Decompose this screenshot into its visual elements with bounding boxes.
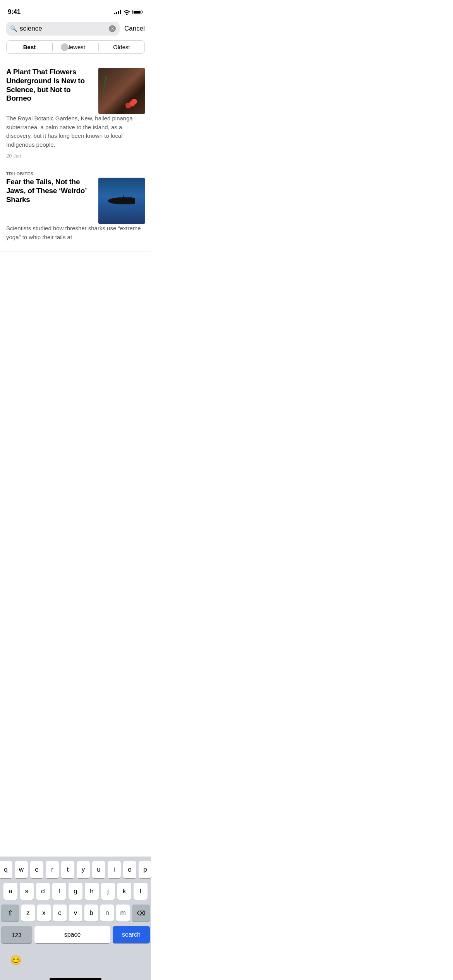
cancel-button[interactable]: Cancel xyxy=(124,25,145,33)
article-row: A Plant That Flowers Underground Is New … xyxy=(6,68,145,114)
shark-silhouette xyxy=(106,193,137,209)
article-thumbnail xyxy=(98,178,145,224)
shark-image xyxy=(98,178,145,224)
segment-slider-dot xyxy=(61,43,69,51)
signal-icon xyxy=(114,10,121,14)
article-thumbnail xyxy=(98,68,145,114)
search-input-wrapper[interactable]: 🔍 science ✕ xyxy=(6,22,120,36)
article-summary: Scientists studied how thresher sharks u… xyxy=(6,224,145,242)
wifi-icon xyxy=(124,10,130,15)
article-date: 20 Jan xyxy=(6,153,145,159)
article-summary: The Royal Botanic Gardens, Kew, hailed p… xyxy=(6,114,145,149)
article-item[interactable]: A Plant That Flowers Underground Is New … xyxy=(0,62,151,165)
article-list: A Plant That Flowers Underground Is New … xyxy=(0,58,151,252)
article-text: A Plant That Flowers Underground Is New … xyxy=(6,68,94,107)
svg-point-0 xyxy=(126,14,128,15)
article-category: TRILOBITES xyxy=(6,171,145,176)
article-title: A Plant That Flowers Underground Is New … xyxy=(6,68,94,103)
status-icons xyxy=(114,10,143,15)
segment-newest[interactable]: Newest xyxy=(53,41,98,53)
status-time: 9:41 xyxy=(8,8,21,16)
battery-icon xyxy=(132,10,143,14)
search-icon: 🔍 xyxy=(10,25,17,32)
article-row: Fear the Tails, Not the Jaws, of These ‘… xyxy=(6,178,145,224)
segment-oldest[interactable]: Oldest xyxy=(99,41,144,53)
segment-control: Best Newest Oldest xyxy=(6,40,145,54)
search-input[interactable]: science xyxy=(20,25,106,33)
underground-plant-image xyxy=(98,68,145,114)
article-item[interactable]: TRILOBITES Fear the Tails, Not the Jaws,… xyxy=(0,165,151,252)
search-area: 🔍 science ✕ Cancel xyxy=(0,19,151,39)
article-text: Fear the Tails, Not the Jaws, of These ‘… xyxy=(6,178,94,208)
article-title: Fear the Tails, Not the Jaws, of These ‘… xyxy=(6,178,94,204)
status-bar: 9:41 xyxy=(0,0,151,19)
clear-button[interactable]: ✕ xyxy=(109,25,116,32)
segment-best[interactable]: Best xyxy=(7,41,52,53)
